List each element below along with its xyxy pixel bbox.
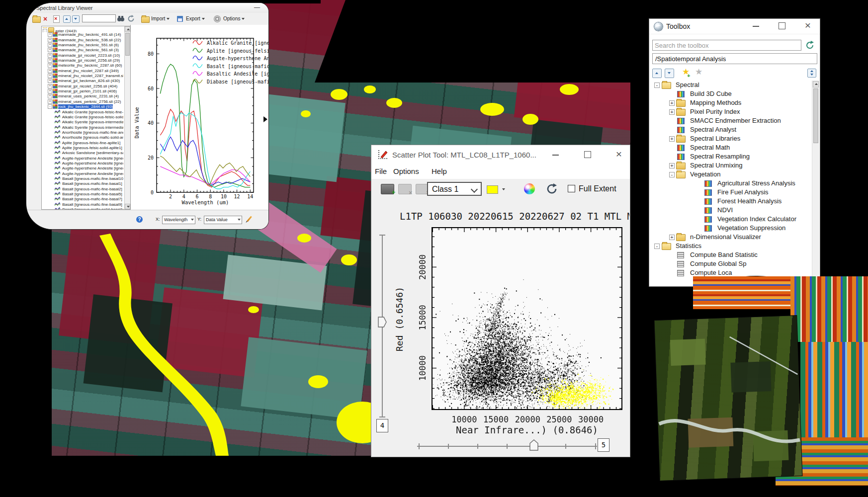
list-item[interactable]: Basalt [igneous-mafic-fine-basal1] [43, 181, 123, 186]
toolbox-tree-item[interactable]: -Statistics [650, 242, 812, 250]
y-band-slider-thumb[interactable] [378, 317, 387, 328]
minimize-button[interactable] [548, 149, 563, 160]
expander-icon[interactable]: + [669, 136, 675, 142]
list-item[interactable]: +manmade_jpl_nicolet_2223.sli (10) [43, 53, 123, 58]
expander-icon[interactable]: - [654, 244, 660, 249]
toolbox-tree-item[interactable]: NDVI [650, 206, 812, 215]
toolbox-scrollbar[interactable] [812, 81, 819, 285]
list-item[interactable]: +mineral_uses_perknic_2756.sli (22) [43, 99, 123, 104]
list-item[interactable]: +manmade_jhu_becknic_561.sli (3) [43, 48, 123, 53]
list-item[interactable]: +mineral_jpl_beckman_826.sli (430) [43, 79, 123, 83]
class-selector[interactable]: Class 1 [427, 182, 482, 196]
expander-icon[interactable]: + [669, 100, 675, 106]
maximize-button[interactable] [580, 149, 595, 160]
titlebar[interactable]: Scatter Plot Tool: MTL_LC08_L1TP_1060...… [371, 145, 630, 164]
remove-library-icon[interactable] [53, 15, 60, 23]
refresh-icon[interactable] [546, 183, 558, 195]
expander-icon[interactable]: - [43, 29, 47, 32]
delete-class-button[interactable]: × [398, 184, 412, 194]
list-item[interactable]: Alkalic Syenite [igneous-intermediate-so… [43, 125, 123, 130]
expander-icon[interactable]: + [48, 94, 52, 98]
list-item[interactable]: Alkalic Granite [igneous-felsic-fine-gra… [43, 110, 123, 115]
remove-favorite-star-icon[interactable]: ★ [695, 68, 702, 77]
list-item[interactable]: Augite-hypersthene Andesite [igneous-int [43, 161, 123, 166]
close-button[interactable]: × [611, 149, 626, 160]
import-menu[interactable]: Import [151, 16, 170, 21]
expander-icon[interactable]: + [48, 63, 52, 68]
menu-help[interactable]: Help [432, 167, 447, 175]
toolbox-tree-item[interactable]: Vegetation Suppression [650, 224, 812, 233]
expander-icon[interactable]: + [48, 74, 52, 78]
export-menu[interactable]: Export [186, 16, 205, 21]
list-item[interactable]: +manmade_jpl_nicolet_2256.sli (29) [43, 58, 123, 63]
toolbox-tree-item[interactable]: +Pixel Purity Index [650, 107, 812, 116]
toolbox-tree-item[interactable]: Spectral Resampling [650, 152, 812, 161]
expander-icon[interactable]: + [48, 38, 52, 42]
list-item[interactable]: +manmade_jhu_becknic_551.sli (6) [43, 43, 123, 48]
panel-expand-arrow-icon[interactable] [263, 116, 267, 122]
toolbox-tree-item[interactable]: Spectral Math [650, 143, 812, 152]
list-item[interactable]: Aplite [igneous-felsic-fine-aplite1] [43, 141, 123, 146]
expander-icon[interactable]: + [48, 79, 52, 83]
color-sphere-icon[interactable] [524, 183, 535, 194]
scrollbar-thumb[interactable] [813, 88, 818, 143]
expander-icon[interactable]: + [48, 43, 52, 47]
refresh-icon[interactable] [806, 41, 815, 50]
titlebar[interactable]: Toolbox × [649, 19, 820, 34]
list-item[interactable]: Alkalic Syenite [igneous-intermediate-fi… [43, 120, 123, 125]
toolbox-tree-item[interactable]: -Spectral [650, 81, 812, 89]
full-extent-checkbox[interactable] [568, 185, 575, 192]
list-item[interactable]: Basalt [igneous-mafic-fine-basal2] [43, 187, 123, 192]
toolbox-tree-item[interactable]: -Vegetation [650, 170, 812, 179]
minimize-button[interactable]: — [253, 4, 261, 11]
toolbox-tree-item[interactable]: Agricultural Stress Analysis [650, 179, 812, 188]
toolbox-tree-item[interactable]: +Mapping Methods [650, 98, 812, 107]
list-item[interactable]: -aster (2443) [43, 27, 123, 32]
color-dropdown-icon[interactable] [502, 188, 505, 190]
collapse-all-button[interactable] [72, 15, 80, 23]
toolbox-tree-item[interactable]: Vegetation Index Calculator [650, 215, 812, 224]
menu-options[interactable]: Options [393, 167, 419, 175]
list-item[interactable]: Augite-hypersthene Andesite [igneous-int [43, 171, 123, 176]
toolbox-tree-item[interactable]: +Spectral Libraries [650, 134, 812, 143]
menu-file[interactable]: File [375, 167, 387, 175]
collapse-tree-button[interactable] [652, 69, 662, 78]
list-item[interactable]: -rock_jhu_becknic_2844.sli (93) [43, 104, 123, 109]
list-item[interactable]: +mineral_jhu_nicolet_2287.sli (349) [43, 69, 123, 74]
expander-icon[interactable]: + [48, 58, 52, 63]
x-axis-combo[interactable]: Wavelength [162, 216, 195, 224]
list-item[interactable]: Basalt [igneous-mafic-fine-basal7] [43, 197, 123, 202]
toolbox-tree-item[interactable]: +Spectral Unmixing [650, 161, 812, 170]
search-input[interactable] [82, 14, 116, 22]
expander-icon[interactable]: + [48, 48, 52, 52]
list-item[interactable]: +mineral_uses_perknic_2231.sli (4) [43, 94, 123, 99]
maximize-button[interactable] [775, 20, 789, 31]
list-item[interactable]: Basalt [igneous-mafic-fine-basal5] [43, 192, 123, 197]
list-item[interactable]: Basalt [igneous-mafic-fine-basal9] [43, 202, 123, 207]
toolbox-path[interactable]: /Spatiotemporal Analysis [652, 53, 817, 64]
expander-icon[interactable]: + [669, 235, 675, 240]
toolbox-tree-item[interactable]: SMACC Endmember Extraction [650, 116, 812, 125]
expander-icon[interactable]: - [654, 83, 660, 88]
help-icon[interactable]: ? [136, 216, 143, 223]
expander-icon[interactable]: - [48, 104, 52, 109]
y-band-spinner[interactable]: 4 [376, 419, 388, 432]
list-item[interactable]: +mineral_jhu_nicolet_2287_transmit.sli (… [43, 74, 123, 79]
add-favorite-star-icon[interactable]: ★+ [682, 68, 690, 77]
x-band-spinner[interactable]: 5 [598, 438, 609, 452]
edit-pencil-icon[interactable] [247, 216, 252, 222]
list-item[interactable]: +manmade_jhu_becknic_491.sli (14) [43, 32, 123, 37]
expander-icon[interactable]: + [669, 163, 675, 168]
list-item[interactable]: Augite-hypersthene Andesite [igneous-int [43, 166, 123, 171]
expander-icon[interactable]: + [48, 84, 52, 88]
toolbox-tree-item[interactable]: Fire Fuel Analysis [650, 188, 812, 197]
tree-scrollbar[interactable] [124, 26, 130, 209]
close-button[interactable]: × [800, 20, 815, 31]
expander-icon[interactable]: - [669, 172, 675, 177]
list-item[interactable]: Arkosic Sandstone [sedimentary-sandstor [43, 151, 123, 156]
new-class-button[interactable]: + [381, 184, 394, 194]
open-folder-icon[interactable] [32, 16, 41, 23]
list-item[interactable]: +mineral_jpl_nicolet_2256.sli (404) [43, 84, 123, 89]
expander-icon[interactable]: + [48, 32, 52, 37]
toolbox-tree-item[interactable]: Build 3D Cube [650, 89, 812, 98]
